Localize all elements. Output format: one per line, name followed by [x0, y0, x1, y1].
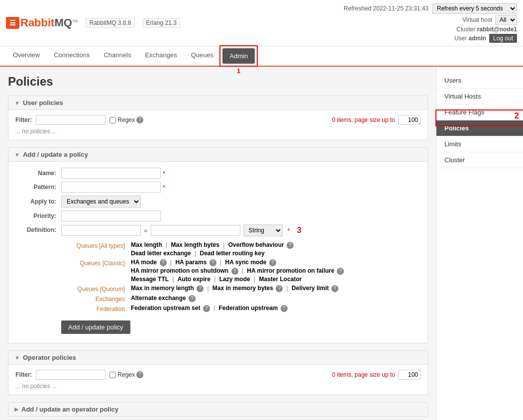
- priority-input[interactable]: [61, 210, 161, 221]
- max-in-memory-length-link[interactable]: Max in memory length: [131, 285, 194, 292]
- sidebar-item-limits[interactable]: Limits: [436, 136, 523, 152]
- filter-input[interactable]: [36, 115, 105, 125]
- page-size-text: 0 items, page size up to: [332, 116, 395, 123]
- ha-mode-link[interactable]: HA mode: [131, 259, 157, 266]
- queues-classic-category: Queues [Classic]: [61, 259, 131, 283]
- add-policy-header[interactable]: ▼ Add / update a policy: [8, 148, 427, 162]
- dead-letter-exchange-link[interactable]: Dead letter exchange: [131, 250, 191, 257]
- auto-expire-link[interactable]: Auto expire: [178, 276, 210, 283]
- regex-label: Regex: [117, 116, 135, 123]
- sidebar-item-users[interactable]: Users: [436, 73, 523, 89]
- master-locator-link[interactable]: Master Locator: [259, 276, 302, 283]
- alternate-exchange-link[interactable]: Alternate exchange: [131, 295, 186, 302]
- no-policies-text: ... no policies ...: [15, 128, 420, 135]
- refresh-select[interactable]: Refresh every 5 seconds Refresh every 10…: [432, 3, 517, 14]
- erlang-version: Erlang 21.3: [143, 18, 180, 28]
- operator-policies-section: ▼ Operator policies Filter: Regex ? 0 it…: [8, 350, 428, 395]
- name-input[interactable]: [61, 168, 161, 179]
- max-in-memory-bytes-help-icon[interactable]: ?: [276, 285, 283, 292]
- delivery-limit-link[interactable]: Delivery limit: [292, 285, 329, 292]
- max-in-memory-bytes-link[interactable]: Max in memory bytes: [212, 285, 273, 292]
- collapse-op-arrow-icon: ▼: [14, 355, 20, 361]
- nav-item-admin[interactable]: Admin: [222, 48, 255, 64]
- op-regex-help-icon[interactable]: ?: [136, 371, 143, 378]
- op-no-policies-text: ... no policies ...: [15, 383, 420, 390]
- sidebar-item-cluster[interactable]: Cluster: [436, 152, 523, 168]
- ha-mirror-shutdown-help-icon[interactable]: ?: [231, 268, 238, 275]
- regex-checkbox[interactable]: [109, 117, 116, 123]
- operator-policies-header[interactable]: ▼ Operator policies: [8, 351, 427, 365]
- overflow-help-icon[interactable]: ?: [287, 242, 294, 249]
- op-regex-label: Regex: [117, 371, 135, 378]
- max-length-bytes-link[interactable]: Max length bytes: [171, 241, 219, 248]
- sidebar-item-virtual-hosts[interactable]: Virtual Hosts: [436, 89, 523, 105]
- sidebar-item-policies[interactable]: Policies: [436, 120, 523, 136]
- queues-all-hints: Max length | Max length bytes | Overflow…: [131, 241, 294, 257]
- cluster-label: Cluster rabbit@node1: [456, 26, 517, 33]
- definition-key-input[interactable]: [61, 225, 141, 236]
- nav-item-overview[interactable]: Overview: [6, 46, 47, 66]
- ha-sync-mode-help-icon[interactable]: ?: [269, 259, 276, 266]
- annotation-3: 3: [297, 226, 302, 235]
- definition-label: Definition:: [16, 224, 61, 233]
- exchanges-category: Exchanges: [61, 295, 131, 303]
- max-in-memory-length-help-icon[interactable]: ?: [197, 285, 204, 292]
- add-update-policy-button[interactable]: Add / update policy: [61, 320, 130, 334]
- page-size-input[interactable]: [398, 115, 420, 125]
- definition-value-input[interactable]: [151, 225, 240, 236]
- op-page-size-input[interactable]: [398, 370, 420, 380]
- pattern-label: Pattern:: [16, 184, 61, 191]
- alternate-exchange-help-icon[interactable]: ?: [189, 295, 196, 302]
- vhost-label: Virtual host: [462, 16, 492, 23]
- max-length-link[interactable]: Max length: [131, 241, 162, 248]
- op-filter-input[interactable]: [36, 370, 105, 380]
- apply-to-select[interactable]: Exchanges and queues Exchanges Queues: [61, 196, 141, 208]
- federation-upstream-set-help-icon[interactable]: ?: [203, 305, 210, 312]
- sidebar-users-label: Users: [444, 77, 461, 84]
- ha-mirror-shutdown-link[interactable]: HA mirror promotion on shutdown: [131, 267, 228, 274]
- pattern-input[interactable]: [61, 182, 161, 193]
- overflow-behaviour-link[interactable]: Overflow behaviour: [228, 241, 284, 248]
- add-policy-title: Add / update a policy: [23, 151, 88, 158]
- vhost-select[interactable]: All: [495, 15, 517, 25]
- queues-classic-hints: HA mode ? | HA params ? | HA sync mode ?: [131, 259, 344, 283]
- logo: ☰ RabbitMQTM: [6, 16, 78, 29]
- ha-sync-mode-link[interactable]: HA sync mode: [225, 259, 266, 266]
- ha-params-help-icon[interactable]: ?: [209, 259, 216, 266]
- logo-text: RabbitMQTM: [20, 16, 78, 29]
- ha-mode-help-icon[interactable]: ?: [160, 259, 167, 266]
- ha-mirror-failure-link[interactable]: HA mirror promotion on failure: [247, 267, 334, 274]
- logo-icon: ☰: [6, 17, 19, 29]
- message-ttl-link[interactable]: Message TTL: [131, 276, 169, 283]
- federation-upstream-help-icon[interactable]: ?: [281, 305, 288, 312]
- regex-help-icon[interactable]: ?: [136, 116, 143, 123]
- pattern-required-icon: *: [163, 184, 165, 191]
- collapse-right-arrow-icon: ▶: [14, 406, 18, 413]
- cluster-value: rabbit@node1: [477, 26, 517, 33]
- op-regex-checkbox[interactable]: [109, 372, 116, 378]
- federation-upstream-set-link[interactable]: Federation upstream set: [131, 305, 200, 312]
- definition-type-select[interactable]: String Number Boolean List: [243, 224, 283, 236]
- nav-item-connections[interactable]: Connections: [47, 46, 97, 66]
- federation-upstream-link[interactable]: Federation upstream: [219, 305, 278, 312]
- nav-item-exchanges[interactable]: Exchanges: [138, 46, 184, 66]
- dead-letter-routing-key-link[interactable]: Dead letter routing key: [200, 250, 265, 257]
- lazy-mode-link[interactable]: Lazy mode: [219, 276, 250, 283]
- ha-params-link[interactable]: HA params: [175, 259, 207, 266]
- ha-mirror-failure-help-icon[interactable]: ?: [337, 268, 344, 275]
- delivery-limit-help-icon[interactable]: ?: [331, 285, 338, 292]
- add-operator-policy-header[interactable]: ▶ Add / update an operator policy: [8, 403, 427, 416]
- sidebar: 2 Users Virtual Hosts Feature Flags Poli…: [436, 67, 523, 420]
- user-policies-header[interactable]: ▼ User policies: [8, 96, 427, 110]
- definition-required-icon: *: [288, 227, 290, 234]
- federation-category: Federation: [61, 305, 131, 313]
- refreshed-label: Refreshed 2022-11-25 23:31:43: [344, 5, 428, 12]
- nav-item-channels[interactable]: Channels: [97, 46, 138, 66]
- queues-all-category: Queues [All types]: [61, 241, 131, 257]
- sidebar-item-feature-flags[interactable]: Feature Flags: [436, 105, 523, 120]
- nav-item-queues[interactable]: Queues: [184, 46, 221, 66]
- sidebar-limits-label: Limits: [444, 140, 461, 148]
- logout-button[interactable]: Log out: [489, 34, 517, 43]
- user-value: admin: [469, 35, 486, 42]
- def-eq-label: =: [144, 227, 148, 234]
